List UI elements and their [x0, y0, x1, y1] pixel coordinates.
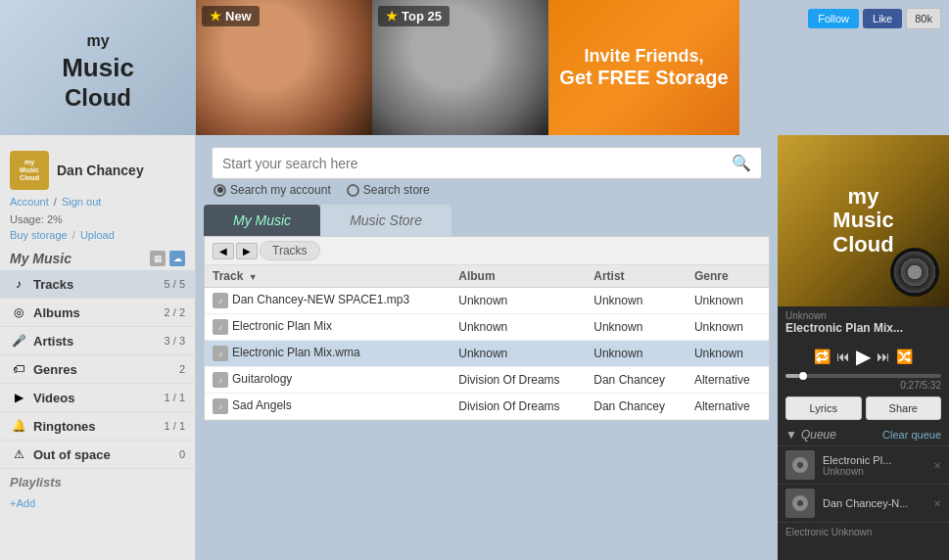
progress-bar[interactable]: [778, 374, 949, 378]
queue-item-0[interactable]: Electronic Pl... Unknown ✕: [778, 445, 949, 484]
progress-fill: [785, 374, 799, 378]
username: Dan Chancey: [57, 163, 144, 178]
queue-info-0: Electronic Pl... Unknown: [823, 454, 933, 477]
radio-store: [347, 184, 359, 197]
sidebar: myMusicCloud Dan Chancey Account / Sign …: [0, 135, 196, 560]
banner-top25-wrapper[interactable]: ★ Top 25: [372, 0, 548, 135]
sidebar-item-ringtones[interactable]: 🔔 Ringtones 1 / 1: [0, 412, 195, 441]
account-link[interactable]: Account: [10, 196, 49, 208]
table-row[interactable]: ♪Dan Chancey-NEW SPACE1.mp3 Unknown Unkn…: [205, 288, 769, 314]
track-name: ♪Electronic Plan Mix.wma: [205, 341, 451, 367]
track-name: ♪Dan Chancey-NEW SPACE1.mp3: [205, 288, 451, 314]
search-input[interactable]: [222, 156, 732, 171]
sidebar-item-artists[interactable]: 🎤 Artists 3 / 3: [0, 327, 195, 355]
center-content: 🔍 Search my account Search store My Musi…: [196, 135, 778, 560]
tab-my-music[interactable]: My Music: [204, 205, 320, 236]
sidebar-item-videos[interactable]: ▶ Videos 1 / 1: [0, 384, 195, 412]
queue-item-1[interactable]: Dan Chancey-N... ✕: [778, 484, 949, 522]
upload-link[interactable]: Upload: [80, 229, 115, 241]
now-playing-title: Electronic Plan Mix...: [778, 321, 949, 339]
videos-count: 1 / 1: [165, 392, 185, 403]
vinyl-disc: [890, 248, 939, 297]
back-button[interactable]: ◀: [213, 243, 234, 259]
player-controls: 🔁 ⏮ ▶ ⏭ 🔀: [778, 339, 949, 374]
sidebar-item-albums[interactable]: ◎ Albums 2 / 2: [0, 299, 195, 327]
header: my Music Cloud ★ New ★ Top 25 Invit: [0, 0, 949, 135]
grid-icon[interactable]: ▦: [150, 251, 166, 266]
queue-artist-0: Unknown: [823, 466, 933, 477]
invite-line1: Invite Friends,: [584, 46, 703, 67]
track-name: ♪Sad Angels: [205, 394, 451, 420]
social-area: Follow Like 80k: [739, 0, 949, 135]
table-row[interactable]: ♪Guitarology Division Of Dreams Dan Chan…: [205, 367, 769, 394]
queue-title-1: Dan Chancey-N...: [823, 497, 933, 509]
banner-new-wrapper[interactable]: ★ New: [196, 0, 372, 135]
search-button[interactable]: 🔍: [732, 154, 751, 172]
track-file-icon: ♪: [213, 346, 228, 361]
tag-icon: 🏷: [10, 360, 27, 378]
track-artist: Unknown: [586, 314, 687, 341]
table-row[interactable]: ♪Electronic Plan Mix Unknown Unknown Unk…: [205, 314, 769, 341]
track-file-icon: ♪: [213, 398, 228, 414]
out-of-space-label: Out of space: [33, 447, 179, 462]
col-track[interactable]: Track ▼: [205, 265, 451, 288]
track-genre: Unknown: [687, 288, 769, 314]
logo-cloud: Cloud: [65, 84, 131, 111]
warning-icon: ⚠: [10, 445, 27, 463]
my-music-icons: ▦ ☁: [150, 251, 185, 266]
shuffle-button[interactable]: 🔀: [896, 349, 913, 364]
queue-thumb-1: [785, 489, 815, 518]
playlists-header: Playlists: [0, 469, 195, 495]
table-row[interactable]: ♪Sad Angels Division Of Dreams Dan Chanc…: [205, 394, 769, 420]
tab-panel: ◀ ▶ Tracks Track ▼ Album Artist Ge: [204, 236, 770, 421]
sidebar-item-tracks[interactable]: ♪ Tracks 5 / 5: [0, 270, 195, 299]
share-button[interactable]: Share: [866, 397, 942, 420]
banner-invite[interactable]: Invite Friends, Get FREE Storage: [548, 0, 739, 135]
search-bar: 🔍: [212, 147, 762, 179]
albums-count: 2 / 2: [165, 306, 185, 318]
queue-close-1[interactable]: ✕: [933, 498, 941, 509]
ringtones-label: Ringtones: [33, 419, 165, 434]
table-row[interactable]: ♪Electronic Plan Mix.wma Unknown Unknown…: [205, 341, 769, 367]
repeat-button[interactable]: 🔁: [814, 349, 830, 364]
lyrics-button[interactable]: Lyrics: [785, 397, 862, 420]
sidebar-item-genres[interactable]: 🏷 Genres 2: [0, 355, 195, 384]
buy-storage-link[interactable]: Buy storage: [10, 229, 68, 241]
track-artist: Dan Chancey: [586, 367, 687, 394]
action-buttons: Lyrics Share: [778, 393, 949, 424]
header-right: ★ New ★ Top 25 Invite Friends, Get FREE …: [196, 0, 949, 135]
logo: my Music Cloud: [62, 23, 134, 113]
like-button[interactable]: Like: [863, 9, 902, 28]
track-file-icon: ♪: [213, 319, 228, 335]
tab-music-store[interactable]: Music Store: [320, 205, 451, 236]
queue-thumb-0: [785, 450, 815, 480]
play-button[interactable]: ▶: [856, 345, 871, 368]
signout-link[interactable]: Sign out: [62, 196, 101, 208]
col-album[interactable]: Album: [451, 265, 586, 288]
next-button[interactable]: ⏭: [877, 349, 890, 364]
col-artist[interactable]: Artist: [586, 265, 687, 288]
tabs-content: My Music Music Store ◀ ▶ Tracks Track ▼: [196, 205, 778, 560]
search-account-option[interactable]: Search my account: [214, 183, 331, 197]
user-block: myMusicCloud Dan Chancey: [0, 143, 195, 194]
artists-label: Artists: [33, 334, 165, 349]
track-name: ♪Guitarology: [205, 367, 451, 394]
search-store-option[interactable]: Search store: [347, 183, 430, 197]
tracks-count: 5 / 5: [165, 278, 185, 290]
header-top: ★ New ★ Top 25 Invite Friends, Get FREE …: [196, 0, 949, 135]
track-artist: Unknown: [586, 341, 687, 367]
follow-button[interactable]: Follow: [808, 9, 859, 28]
cloud-icon[interactable]: ☁: [169, 251, 185, 266]
logo-music: Music: [62, 53, 134, 82]
albums-label: Albums: [33, 305, 165, 320]
sidebar-item-out-of-space[interactable]: ⚠ Out of space 0: [0, 441, 195, 469]
clear-queue-button[interactable]: Clear queue: [882, 429, 941, 441]
add-playlist-link[interactable]: +Add: [0, 495, 195, 511]
col-genre[interactable]: Genre: [687, 265, 769, 288]
track-genre: Unknown: [687, 314, 769, 341]
forward-button[interactable]: ▶: [236, 243, 258, 259]
queue-close-0[interactable]: ✕: [933, 460, 941, 471]
now-playing-genre: Electronic Unknown: [778, 522, 949, 541]
queue-info-1: Dan Chancey-N...: [823, 497, 933, 509]
prev-button[interactable]: ⏮: [836, 349, 850, 364]
